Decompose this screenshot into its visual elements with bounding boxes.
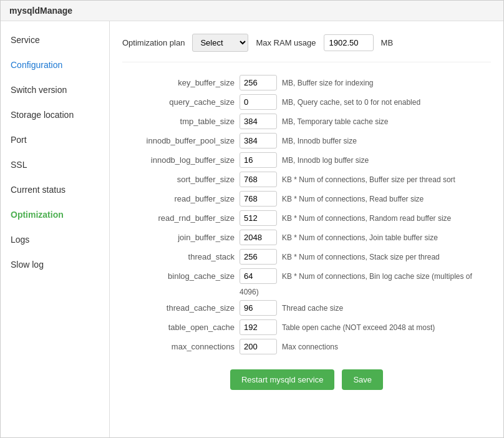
max-ram-label: Max RAM usage xyxy=(256,38,316,47)
field-desc: KB * Num of connections, Join table buff… xyxy=(282,233,491,242)
field-row: innodb_log_buffer_size MB, Innodb log bu… xyxy=(122,152,491,168)
field-label: read_buffer_size xyxy=(122,194,235,203)
field-row: read_rnd_buffer_size KB * Num of connect… xyxy=(122,210,491,226)
field-label: max_connections xyxy=(122,342,235,351)
field-row: thread_cache_size Thread cache size xyxy=(122,300,491,316)
field-input-thread_stack[interactable] xyxy=(240,249,277,265)
mb-label: MB xyxy=(381,38,394,47)
main-window: mysqldManage ServiceConfigurationSwitch … xyxy=(0,0,504,438)
field-desc: Table open cache (NOT exceed 2048 at mos… xyxy=(282,323,491,332)
field-input-read_rnd_buffer_size[interactable] xyxy=(240,210,277,226)
field-label: key_buffer_size xyxy=(122,78,235,87)
sidebar-item-optimization[interactable]: Optimization xyxy=(1,202,109,227)
field-desc: MB, Buffer size for indexing xyxy=(282,79,491,87)
restart-button[interactable]: Restart mysqld service xyxy=(230,369,334,390)
field-row: thread_stack KB * Num of connections, St… xyxy=(122,249,491,265)
field-label: read_rnd_buffer_size xyxy=(122,213,235,223)
field-desc: MB, Innodb buffer size xyxy=(282,137,491,145)
field-row: innodb_buffer_pool_size MB, Innodb buffe… xyxy=(122,133,491,148)
field-desc: KB * Num of connections, Bin log cache s… xyxy=(282,272,491,281)
field-input-table_open_cache[interactable] xyxy=(240,319,277,335)
field-desc: Thread cache size xyxy=(282,304,491,313)
sidebar-item-configuration[interactable]: Configuration xyxy=(1,52,109,77)
field-label: thread_stack xyxy=(122,252,235,261)
fields-table: key_buffer_size MB, Buffer size for inde… xyxy=(122,75,491,354)
sidebar-item-service[interactable]: Service xyxy=(1,27,109,52)
main-layout: ServiceConfigurationSwitch versionStorag… xyxy=(1,21,503,437)
field-row: max_connections Max connections xyxy=(122,339,491,354)
field-label: innodb_buffer_pool_size xyxy=(122,136,235,145)
field-desc: KB * Num of connections, Read buffer siz… xyxy=(282,195,491,203)
field-desc: KB * Num of connections, Stack size per … xyxy=(282,253,491,261)
field-row: sort_buffer_size KB * Num of connections… xyxy=(122,172,491,187)
field-label: tmp_table_size xyxy=(122,117,235,126)
optimization-plan-select[interactable]: SelectLowMediumHighCustom xyxy=(192,34,248,52)
field-row: query_cache_size MB, Query cache, set to… xyxy=(122,94,491,110)
app-title: mysqldManage xyxy=(9,6,72,16)
field-input-sort_buffer_size[interactable] xyxy=(240,172,277,187)
content-area: Optimization plan SelectLowMediumHighCus… xyxy=(110,21,503,437)
field-desc: MB, Innodb log buffer size xyxy=(282,156,491,165)
field-label: binlog_cache_size xyxy=(122,271,235,281)
field-row: read_buffer_size KB * Num of connections… xyxy=(122,191,491,207)
field-row: join_buffer_size KB * Num of connections… xyxy=(122,230,491,245)
title-bar: mysqldManage xyxy=(1,1,503,21)
field-desc: KB * Num of connections, Buffer size per… xyxy=(282,175,491,184)
field-row: table_open_cache Table open cache (NOT e… xyxy=(122,319,491,335)
field-input-max_connections[interactable] xyxy=(240,339,277,354)
sidebar-item-switch-version[interactable]: Switch version xyxy=(1,77,109,102)
field-label: innodb_log_buffer_size xyxy=(122,155,235,165)
sidebar-item-logs[interactable]: Logs xyxy=(1,227,109,252)
field-input-innodb_log_buffer_size[interactable] xyxy=(240,152,277,168)
button-row: Restart mysqld service Save xyxy=(122,369,491,390)
field-desc: MB, Temporary table cache size xyxy=(282,117,491,126)
sidebar-item-storage-location[interactable]: Storage location xyxy=(1,102,109,127)
optimization-plan-label: Optimization plan xyxy=(122,38,185,47)
sidebar-item-port[interactable]: Port xyxy=(1,127,109,152)
sidebar: ServiceConfigurationSwitch versionStorag… xyxy=(1,21,110,437)
field-label: thread_cache_size xyxy=(122,303,235,313)
field-input-query_cache_size[interactable] xyxy=(240,94,277,110)
save-button[interactable]: Save xyxy=(342,369,383,390)
field-row: key_buffer_size MB, Buffer size for inde… xyxy=(122,75,491,90)
field-label: query_cache_size xyxy=(122,97,235,107)
field-desc: Max connections xyxy=(282,343,491,351)
field-input-innodb_buffer_pool_size[interactable] xyxy=(240,133,277,148)
binlog-note: 4096) xyxy=(240,288,491,296)
field-row: binlog_cache_size KB * Num of connection… xyxy=(122,268,491,284)
field-row: tmp_table_size MB, Temporary table cache… xyxy=(122,114,491,129)
field-desc: MB, Query cache, set to 0 for not enable… xyxy=(282,98,491,107)
field-input-tmp_table_size[interactable] xyxy=(240,114,277,129)
field-input-key_buffer_size[interactable] xyxy=(240,75,277,90)
field-label: join_buffer_size xyxy=(122,233,235,242)
field-input-read_buffer_size[interactable] xyxy=(240,191,277,207)
field-label: sort_buffer_size xyxy=(122,175,235,184)
sidebar-item-current-status[interactable]: Current status xyxy=(1,177,109,202)
max-ram-input[interactable] xyxy=(324,34,374,51)
field-input-binlog_cache_size[interactable] xyxy=(240,268,277,284)
field-input-thread_cache_size[interactable] xyxy=(240,300,277,316)
field-label: table_open_cache xyxy=(122,323,235,332)
top-bar: Optimization plan SelectLowMediumHighCus… xyxy=(122,34,491,62)
sidebar-item-slow-log[interactable]: Slow log xyxy=(1,252,109,277)
sidebar-item-ssl[interactable]: SSL xyxy=(1,152,109,177)
field-desc: KB * Num of connections, Random read buf… xyxy=(282,214,491,223)
field-input-join_buffer_size[interactable] xyxy=(240,230,277,245)
